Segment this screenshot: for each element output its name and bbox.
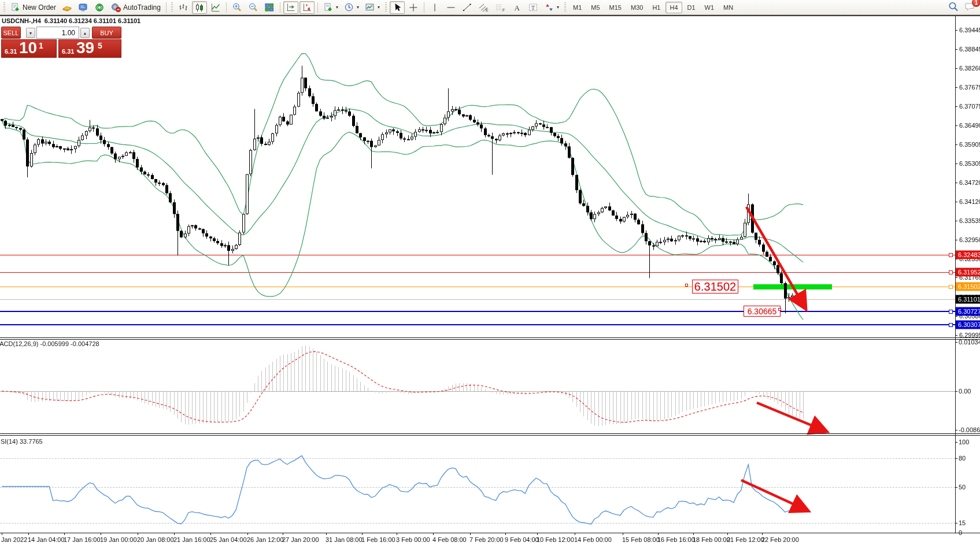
- horizontal-line-6.31952[interactable]: [0, 272, 955, 273]
- annotation-anchor-handle[interactable]: [778, 308, 781, 311]
- time-axis-tickmark: [283, 533, 283, 535]
- time-axis-label: 14 Feb 00:00: [574, 536, 612, 543]
- new-order-button[interactable]: New Order: [8, 1, 58, 14]
- timeframe-button-h4[interactable]: H4: [665, 2, 682, 13]
- trend-arrow[interactable]: [741, 480, 805, 510]
- vertical-line-button[interactable]: [427, 1, 442, 14]
- timeframe-button-m5[interactable]: M5: [587, 2, 604, 13]
- cursor-button[interactable]: [390, 1, 405, 14]
- pane-divider[interactable]: [0, 435, 980, 436]
- notifications-button[interactable]: 1: [964, 1, 977, 14]
- trend-arrow[interactable]: [757, 403, 824, 430]
- annotation-anchor-handle[interactable]: [685, 284, 688, 287]
- chart-shift-button[interactable]: [283, 1, 298, 14]
- buy-button[interactable]: BUY: [92, 27, 121, 39]
- trend-arrow[interactable]: [746, 207, 804, 306]
- add-indicator-button[interactable]: ▾: [321, 1, 341, 14]
- main-toolbar: New Order AutoTrading: [0, 0, 980, 15]
- bar-chart-button[interactable]: [176, 1, 191, 14]
- tile-windows-button[interactable]: [262, 1, 277, 14]
- news-button[interactable]: [92, 1, 107, 14]
- time-axis-label: 10 Feb 12:00: [537, 536, 574, 543]
- candlestick-chart-button[interactable]: [192, 1, 207, 14]
- timeframe-button-w1[interactable]: W1: [701, 2, 719, 13]
- sell-button[interactable]: SELL: [1, 27, 21, 39]
- toolbar-grip[interactable]: [385, 2, 387, 13]
- template-button[interactable]: ▾: [363, 1, 382, 14]
- price-annotation-6.30665[interactable]: 6.30665: [744, 306, 781, 317]
- volume-up-button[interactable]: ▲: [80, 28, 90, 38]
- pane-divider[interactable]: [0, 433, 980, 434]
- crosshair-button[interactable]: [406, 1, 421, 14]
- support-zone-rectangle[interactable]: [753, 284, 832, 289]
- market-watch-button[interactable]: [60, 1, 75, 14]
- chart-canvas[interactable]: [0, 0, 980, 546]
- svg-text:A: A: [515, 3, 520, 12]
- fibonacci-button[interactable]: F: [493, 1, 508, 14]
- timeframe-button-m30[interactable]: M30: [627, 2, 647, 13]
- line-anchor-handle[interactable]: [949, 310, 953, 314]
- auto-scroll-button[interactable]: [299, 1, 315, 14]
- time-axis-tickmark: [658, 533, 659, 535]
- text-label-button[interactable]: T: [526, 1, 541, 14]
- horizontal-line-6.30307[interactable]: [0, 324, 955, 325]
- sell-price-tile[interactable]: 6.31 10 1: [1, 39, 57, 58]
- zoom-out-button[interactable]: [246, 1, 261, 14]
- buy-price-tile[interactable]: 6.31 39 5: [58, 39, 121, 58]
- horizontal-line-icon: [446, 2, 456, 13]
- horizontal-line-button[interactable]: [443, 1, 458, 14]
- arrows-button[interactable]: ▾: [542, 1, 561, 14]
- line-anchor-handle[interactable]: [949, 253, 953, 257]
- volume-down-button[interactable]: ▼: [26, 28, 35, 38]
- time-axis-label: 16 Feb 16:00: [657, 536, 695, 543]
- price-axis-tick: 6.37675: [959, 84, 980, 91]
- line-chart-button[interactable]: [208, 1, 223, 14]
- timeframe-button-d1[interactable]: D1: [683, 2, 700, 13]
- price-axis-tick: 6.39445: [959, 27, 980, 34]
- toolbar-grip[interactable]: [564, 2, 566, 13]
- periods-button[interactable]: ▾: [342, 1, 361, 14]
- rsi-axis-tickmark: [955, 442, 957, 443]
- horizontal-line-6.32483[interactable]: [0, 255, 955, 255]
- timeframe-button-h1[interactable]: H1: [648, 2, 664, 13]
- one-click-trading-panel: SELL ▼ ▲ BUY 6.31 10 1 6.31 39 5: [1, 27, 121, 58]
- autotrading-button[interactable]: AutoTrading: [108, 1, 163, 14]
- time-axis-border: [0, 533, 980, 533]
- line-anchor-handle[interactable]: [949, 285, 953, 289]
- line-anchor-handle[interactable]: [949, 323, 953, 327]
- rsi-axis-tick: 100: [959, 439, 969, 445]
- time-axis-tickmark: [623, 533, 623, 535]
- toolbar-grip[interactable]: [3, 2, 5, 13]
- price-annotation-6.31502[interactable]: 6.31502: [692, 280, 738, 294]
- text-button[interactable]: A: [509, 1, 524, 14]
- rsi-axis-tickmark: [955, 487, 957, 488]
- time-axis-tickmark: [470, 533, 471, 535]
- timeframe-button-m1[interactable]: M1: [569, 2, 586, 13]
- toolbar-separator: [166, 2, 167, 13]
- time-axis-tickmark: [326, 533, 327, 535]
- terminal-button[interactable]: [76, 1, 91, 14]
- time-axis-label: 3 Feb 00:00: [396, 536, 430, 543]
- rsi-axis-tick: 80: [959, 455, 966, 462]
- trendline-button[interactable]: [460, 1, 475, 14]
- time-axis-label: 4 Feb 08:00: [432, 536, 467, 543]
- dropdown-caret-icon: ▾: [357, 5, 359, 10]
- pane-divider[interactable]: [0, 337, 980, 338]
- line-anchor-handle[interactable]: [949, 270, 953, 274]
- cursor-icon: [392, 2, 402, 13]
- volume-input[interactable]: [36, 27, 79, 39]
- search-icon[interactable]: [948, 1, 959, 14]
- zoom-in-button[interactable]: [230, 1, 245, 14]
- horizontal-line-6.31101[interactable]: [0, 299, 955, 300]
- chart-shift-icon: [286, 2, 296, 13]
- equidistant-channel-button[interactable]: E: [476, 1, 491, 14]
- timeframe-button-m15[interactable]: M15: [605, 2, 626, 13]
- pane-divider[interactable]: [0, 339, 980, 340]
- macd-axis-tickmark: [955, 391, 957, 392]
- timeframe-button-mn[interactable]: MN: [719, 2, 737, 13]
- toolbar-separator: [317, 2, 318, 13]
- price-axis-tick: 6.38260: [959, 65, 980, 72]
- time-axis-tickmark: [397, 533, 397, 535]
- horizontal-line-6.30727[interactable]: [0, 311, 955, 312]
- toolbar-grip[interactable]: [171, 2, 173, 13]
